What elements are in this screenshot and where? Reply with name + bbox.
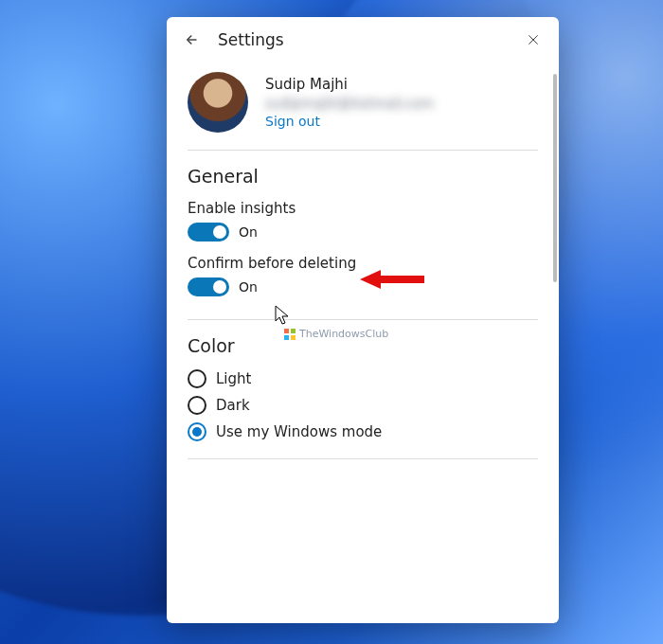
sign-out-link[interactable]: Sign out <box>265 114 434 129</box>
radio-label: Use my Windows mode <box>216 423 382 440</box>
toggle-enable-insights[interactable] <box>188 223 229 242</box>
radio-windows-mode[interactable]: Use my Windows mode <box>188 422 538 441</box>
page-title: Settings <box>218 30 508 49</box>
radio-label: Light <box>216 370 251 387</box>
radio-icon <box>188 422 206 441</box>
setting-label: Enable insights <box>188 200 538 217</box>
radio-icon <box>188 369 206 388</box>
back-icon[interactable] <box>184 31 201 48</box>
toggle-confirm-delete[interactable] <box>188 277 229 296</box>
radio-light[interactable]: Light <box>188 369 538 388</box>
profile-email-masked: sudipmajhi@hotmail.com <box>265 96 434 111</box>
section-title-general: General <box>188 166 538 187</box>
radio-icon <box>188 396 206 415</box>
close-icon[interactable] <box>525 31 542 48</box>
settings-panel: Settings Sudip Majhi sudipmajhi@hotmail.… <box>167 17 559 623</box>
divider <box>188 458 538 459</box>
avatar <box>188 72 248 133</box>
radio-dark[interactable]: Dark <box>188 396 538 415</box>
profile-text: Sudip Majhi sudipmajhi@hotmail.com Sign … <box>265 76 434 129</box>
toggle-state: On <box>239 224 258 240</box>
section-title-color: Color <box>188 335 538 356</box>
setting-enable-insights: Enable insights On <box>188 200 538 242</box>
profile-block: Sudip Majhi sudipmajhi@hotmail.com Sign … <box>167 59 559 150</box>
section-color: Color Light Dark Use my Windows mode <box>167 320 559 458</box>
panel-header: Settings <box>167 17 559 59</box>
setting-label: Confirm before deleting <box>188 255 538 272</box>
setting-confirm-delete: Confirm before deleting On <box>188 255 538 296</box>
radio-label: Dark <box>216 397 250 414</box>
scrollbar[interactable] <box>553 74 557 282</box>
profile-name: Sudip Majhi <box>265 76 434 93</box>
section-general: General Enable insights On Confirm befor… <box>167 151 559 319</box>
toggle-state: On <box>239 279 258 295</box>
